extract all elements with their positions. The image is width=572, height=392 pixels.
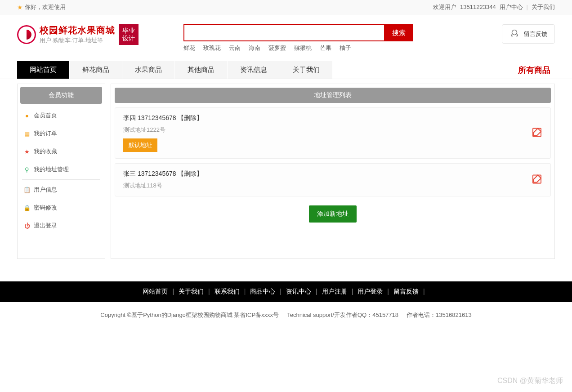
logo-title: 校园鲜花水果商城: [40, 24, 115, 36]
search-input[interactable]: [183, 24, 385, 41]
menu-icon: ⚲: [24, 166, 30, 173]
hot-keyword[interactable]: 猕猴桃: [294, 44, 312, 52]
address-card: 张三 13712345678 【删除】测试地址118号: [115, 163, 551, 196]
headset-icon: [509, 28, 519, 40]
hot-keyword[interactable]: 鲜花: [183, 44, 195, 52]
nav-item[interactable]: 水果商品: [122, 61, 174, 79]
hot-keyword[interactable]: 柚子: [340, 44, 351, 52]
all-goods-link[interactable]: 所有商品: [518, 65, 555, 76]
divider: |: [527, 4, 528, 10]
address-detail: 测试地址1222号: [123, 126, 542, 134]
main-nav: 网站首页鲜花商品水果商品其他商品资讯信息关于我们所有商品: [0, 61, 572, 79]
logo-subtitle: 用户.购物车.订单.地址等: [40, 36, 115, 45]
address-header: 张三 13712345678 【删除】: [123, 170, 542, 178]
user-center-link[interactable]: 用户中心: [500, 3, 523, 11]
addr-phone: 13712345678: [138, 170, 176, 177]
footer-link[interactable]: 联系我们: [214, 288, 240, 295]
sidebar-title: 会员功能: [20, 87, 102, 104]
author-tel: 作者电话：13516821613: [407, 312, 472, 318]
header: 校园鲜花水果商城 用户.购物车.订单.地址等 毕业 设计 搜索 鲜花玫瑰花云南海…: [0, 14, 572, 57]
footer-info: Copyright ©基于Python的Django框架校园购物商城 某省ICP…: [0, 302, 572, 328]
copyright: Copyright ©基于Python的Django框架校园购物商城 某省ICP…: [100, 312, 279, 318]
menu-icon: ⏻: [24, 223, 30, 229]
nav-item[interactable]: 其他商品: [175, 61, 227, 79]
welcome-text: 你好，欢迎使用: [25, 3, 66, 11]
menu-icon: ★: [24, 148, 30, 155]
footer-link[interactable]: 网站首页: [143, 288, 168, 295]
edit-icon[interactable]: [532, 174, 542, 186]
svg-point-0: [512, 30, 517, 35]
star-icon: ★: [17, 4, 23, 11]
sidebar-item[interactable]: ⚲我的地址管理: [18, 160, 105, 178]
hot-keyword[interactable]: 云南: [229, 44, 241, 52]
footer-link[interactable]: 留言反馈: [393, 288, 419, 295]
content-panel: 地址管理列表 李四 13712345678 【删除】测试地址1222号默认地址张…: [111, 84, 555, 259]
sidebar: 会员功能 ●会员首页▤我的订单★我的收藏⚲我的地址管理 📋用户信息🔒密码修改⏻退…: [17, 84, 105, 259]
address-header: 李四 13712345678 【删除】: [123, 114, 542, 122]
footer-link[interactable]: 用户注册: [322, 288, 347, 295]
footer-link[interactable]: 用户登录: [358, 288, 383, 295]
delete-link[interactable]: 【删除】: [178, 170, 203, 177]
topbar-right: 欢迎用户 13511223344 用户中心 | 关于我们: [433, 3, 555, 11]
sidebar-item-label: 会员首页: [34, 111, 57, 120]
about-link[interactable]: 关于我们: [532, 3, 555, 11]
sidebar-item[interactable]: ▤我的订单: [18, 125, 105, 143]
menu-icon: ●: [24, 112, 30, 119]
footer-link[interactable]: 商品中心: [250, 288, 275, 295]
main-area: 会员功能 ●会员首页▤我的订单★我的收藏⚲我的地址管理 📋用户信息🔒密码修改⏻退…: [0, 79, 572, 272]
hot-keyword[interactable]: 海南: [249, 44, 260, 52]
menu-icon: 🔒: [24, 205, 30, 211]
top-bar: ★ 你好，欢迎使用 欢迎用户 13511223344 用户中心 | 关于我们: [0, 0, 572, 14]
logo-icon: [17, 25, 36, 44]
hot-keywords: 鲜花玫瑰花云南海南菠萝蜜猕猴桃芒果柚子: [183, 44, 413, 52]
sidebar-item-label: 退出登录: [34, 222, 57, 230]
hot-keyword[interactable]: 芒果: [320, 44, 331, 52]
sidebar-item[interactable]: ●会员首页: [18, 107, 105, 125]
sidebar-item[interactable]: 📋用户信息: [18, 181, 105, 199]
edit-icon[interactable]: [532, 127, 542, 139]
nav-item[interactable]: 资讯信息: [228, 61, 280, 79]
welcome-user-label: 欢迎用户: [433, 3, 456, 11]
sidebar-divider: [22, 179, 100, 180]
footer-link[interactable]: 关于我们: [179, 288, 204, 295]
feedback-label: 留言反馈: [524, 30, 547, 38]
hot-keyword[interactable]: 玫瑰花: [203, 44, 221, 52]
logo-badge: 毕业 设计: [119, 24, 139, 45]
add-address-button[interactable]: 添加新地址: [309, 205, 357, 223]
address-detail: 测试地址118号: [123, 182, 542, 190]
hot-keyword[interactable]: 菠萝蜜: [268, 44, 286, 52]
sidebar-item-label: 我的订单: [34, 129, 57, 138]
feedback-button[interactable]: 留言反馈: [502, 24, 555, 44]
sidebar-item-label: 用户信息: [34, 186, 57, 194]
sidebar-item-label: 密码修改: [34, 204, 57, 212]
user-phone: 13511223344: [460, 4, 496, 10]
delete-link[interactable]: 【删除】: [178, 114, 203, 121]
menu-icon: 📋: [24, 187, 30, 193]
search-button[interactable]: 搜索: [385, 24, 413, 41]
addr-name: 李四: [123, 114, 136, 121]
addr-phone: 13712345678: [138, 114, 176, 121]
nav-item[interactable]: 鲜花商品: [70, 61, 122, 79]
menu-icon: ▤: [24, 130, 30, 137]
sidebar-item[interactable]: ⏻退出登录: [18, 217, 105, 235]
default-badge[interactable]: 默认地址: [123, 138, 157, 152]
addr-name: 张三: [123, 170, 136, 177]
topbar-left: ★ 你好，欢迎使用: [17, 3, 66, 11]
nav-item[interactable]: 网站首页: [17, 61, 69, 79]
tech-support: Technical support/开发作者QQ：45157718: [287, 312, 398, 318]
panel-title: 地址管理列表: [115, 88, 551, 103]
logo-block[interactable]: 校园鲜花水果商城 用户.购物车.订单.地址等 毕业 设计: [17, 24, 139, 45]
address-card: 李四 13712345678 【删除】测试地址1222号默认地址: [115, 107, 551, 159]
footer-nav: 网站首页|关于我们|联系我们|商品中心|资讯中心|用户注册|用户登录|留言反馈|: [0, 281, 572, 302]
nav-item[interactable]: 关于我们: [280, 61, 332, 79]
sidebar-item[interactable]: 🔒密码修改: [18, 199, 105, 217]
sidebar-item-label: 我的地址管理: [34, 165, 69, 174]
search-block: 搜索 鲜花玫瑰花云南海南菠萝蜜猕猴桃芒果柚子: [183, 24, 413, 52]
sidebar-item[interactable]: ★我的收藏: [18, 143, 105, 160]
footer-link[interactable]: 资讯中心: [286, 288, 311, 295]
sidebar-item-label: 我的收藏: [34, 147, 57, 156]
